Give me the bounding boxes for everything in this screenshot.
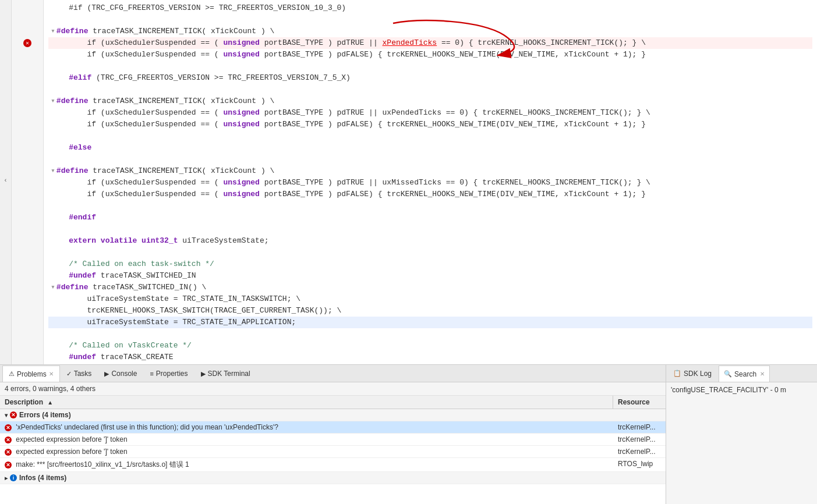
code-line-9: ▾ #define traceTASK_INCREMENT_TICK( xTic…: [48, 95, 812, 107]
errors-group-icon: ✕: [10, 411, 17, 418]
gutter-line-20: [12, 223, 43, 235]
code-line-14: [48, 154, 812, 165]
gutter-line-27: [12, 305, 43, 317]
gutter-line-26: [12, 293, 43, 305]
header-description: Description ▲: [0, 396, 613, 409]
console-tab-icon: ▶: [104, 370, 109, 378]
problems-tab-icon: ⚠: [9, 370, 15, 378]
gutter-line-21: [12, 235, 43, 247]
sdk-log-icon: 📋: [673, 370, 681, 377]
gutter-line-5: [12, 49, 43, 61]
code-line-24: #undef traceTASK_SWITCHED_IN: [48, 270, 812, 282]
bottom-panel: ⚠ Problems ✕ ✓ Tasks ▶ Console ≡ Propert…: [0, 364, 817, 504]
code-line-2: [48, 14, 812, 26]
tab-sdk-terminal-label: SDK Terminal: [208, 370, 250, 378]
code-line-11: if (uxSchedulerSuspended == ( unsigned p…: [48, 119, 812, 130]
code-line-13: #else: [48, 142, 812, 154]
sdk-terminal-tab-icon: ▶: [201, 370, 206, 378]
code-line-25: ▾ #define traceTASK_SWITCHED_IN() \: [48, 282, 812, 293]
error-icon-line4: ✕: [23, 39, 31, 47]
infos-group-chevron: ▸: [5, 475, 8, 481]
right-panel-tab-bar: 📋 SDK Log 🔍 Search ✕: [666, 365, 817, 382]
line-gutter: ✕: [12, 0, 44, 364]
gutter-line-17: [12, 189, 43, 200]
tab-tasks[interactable]: ✓ Tasks: [60, 365, 98, 382]
errors-group-chevron: ▾: [5, 412, 8, 418]
code-line-17: if (uxSchedulerSuspended == ( unsigned p…: [48, 189, 812, 200]
gutter-line-22: [12, 247, 43, 258]
error-2-icon: ✕: [5, 436, 12, 443]
gutter-line-18: [12, 200, 43, 212]
gutter-line-19: [12, 212, 43, 223]
gutter-line-15: [12, 165, 43, 177]
code-line-22: [48, 247, 812, 258]
code-content[interactable]: #if (TRC_CFG_FREERTOS_VERSION >= TRC_FRE…: [44, 0, 817, 364]
gutter-line-4: ✕: [12, 37, 43, 49]
code-line-20: [48, 223, 812, 235]
error-3-description: ✕ expected expression before ']' token: [0, 446, 613, 457]
infos-group-icon: i: [10, 474, 17, 481]
error-3-icon: ✕: [5, 449, 12, 456]
code-line-21: extern volatile uint32_t uiTraceSystemSt…: [48, 235, 812, 247]
right-side-panel: 📋 SDK Log 🔍 Search ✕ 'configUSE_TRACE_FA…: [666, 365, 817, 504]
code-line-1: #if (TRC_CFG_FREERTOS_VERSION >= TRC_FRE…: [48, 2, 812, 14]
code-line-10: if (uxSchedulerSuspended == ( unsigned p…: [48, 107, 812, 119]
tab-console-label: Console: [111, 370, 137, 378]
code-line-6: [48, 61, 812, 72]
code-line-7: #elif (TRC_CFG_FREERTOS_VERSION >= TRC_F…: [48, 72, 812, 84]
gutter-line-12: [12, 130, 43, 142]
tab-console[interactable]: ▶ Console: [98, 365, 143, 382]
gutter-line-3: [12, 26, 43, 37]
tab-properties[interactable]: ≡ Properties: [143, 365, 194, 382]
tab-tasks-label: Tasks: [74, 370, 92, 378]
code-line-4: if (uxSchedulerSuspended == ( unsigned p…: [48, 37, 812, 49]
search-panel-content: 'configUSE_TRACE_FACILITY' - 0 m: [666, 382, 817, 397]
code-line-5: if (uxSchedulerSuspended == ( unsigned p…: [48, 49, 812, 61]
gutter-line-2: [12, 14, 43, 26]
tab-sdk-terminal[interactable]: ▶ SDK Terminal: [194, 365, 257, 382]
gutter-line-11: [12, 119, 43, 130]
code-line-28: uiTraceSystemState = TRC_STATE_IN_APPLIC…: [48, 317, 812, 328]
gutter-line-23: [12, 258, 43, 270]
search-tab-close[interactable]: ✕: [760, 371, 765, 377]
code-editor: ‹ ✕: [0, 0, 817, 364]
code-line-30: /* Called on vTaskCreate */: [48, 340, 812, 352]
sdk-log-label: SDK Log: [684, 370, 712, 378]
gutter-line-14: [12, 154, 43, 165]
gutter-line-24: [12, 270, 43, 282]
code-line-19: #endif: [48, 212, 812, 223]
code-line-15: ▾ #define traceTASK_INCREMENT_TICK( xTic…: [48, 165, 812, 177]
search-result-text: 'configUSE_TRACE_FACILITY' - 0 m: [671, 386, 812, 394]
gutter-line-9: [12, 95, 43, 107]
code-line-8: [48, 84, 812, 95]
error-2-description: ✕ expected expression before ']' token: [0, 434, 613, 445]
gutter-line-8: [12, 84, 43, 95]
collapse-button[interactable]: ‹: [3, 177, 8, 184]
code-line-3: ▾ #define traceTASK_INCREMENT_TICK( xTic…: [48, 26, 812, 37]
tab-properties-label: Properties: [156, 370, 188, 378]
left-controls: ‹: [0, 0, 12, 364]
code-line-31: #undef traceTASK_CREATE: [48, 352, 812, 363]
code-line-23: /* Called on each task-switch */: [48, 258, 812, 270]
code-line-26: uiTraceSystemState = TRC_STATE_IN_TASKSW…: [48, 293, 812, 305]
infos-group-label: Infos (4 items): [19, 474, 66, 482]
gutter-line-6: [12, 61, 43, 72]
properties-tab-icon: ≡: [150, 370, 153, 377]
problems-summary-text: 4 errors, 0 warnings, 4 others: [5, 385, 96, 393]
tab-problems-close[interactable]: ✕: [49, 371, 54, 377]
gutter-line-25: [12, 282, 43, 293]
code-line-29: [48, 328, 812, 340]
gutter-line-1: [12, 2, 43, 14]
search-label: Search: [734, 370, 756, 378]
tab-sdk-log[interactable]: 📋 SDK Log: [669, 365, 716, 382]
code-line-27: trcKERNEL_HOOKS_TASK_SWITCH(TRACE_GET_CU…: [48, 305, 812, 317]
tab-search[interactable]: 🔍 Search ✕: [719, 365, 770, 382]
gutter-line-28: [12, 317, 43, 328]
errors-group-label: Errors (4 items): [19, 411, 71, 419]
error-1-icon: ✕: [5, 424, 12, 431]
error-1-description: ✕ 'xPendedTicks' undeclared (first use i…: [0, 421, 613, 433]
tab-problems[interactable]: ⚠ Problems ✕: [2, 365, 60, 382]
error-4-description: ✕ make: *** [src/freertos10_xilinx_v1_1/…: [0, 458, 613, 471]
code-line-12: [48, 130, 812, 142]
search-icon: 🔍: [724, 370, 732, 378]
